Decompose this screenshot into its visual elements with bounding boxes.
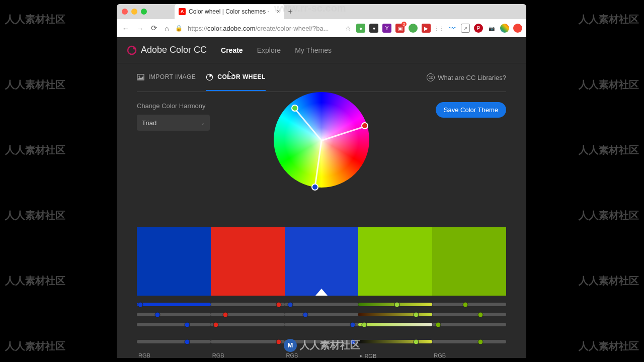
- slider-handle[interactable]: [276, 339, 281, 345]
- extension-icon[interactable]: [409, 24, 418, 33]
- extension-icon[interactable]: 📷: [487, 24, 496, 33]
- color-wheel[interactable]: [274, 92, 369, 188]
- lock-icon[interactable]: 🔒: [175, 25, 183, 32]
- bookmark-star-icon[interactable]: ☆: [345, 25, 351, 32]
- wheel-marker[interactable]: [291, 105, 298, 112]
- url-path: /create/color-wheel/?ba...: [256, 25, 329, 32]
- slider-handle[interactable]: [394, 302, 399, 308]
- rgb-label[interactable]: RGB: [286, 352, 357, 358]
- slider-handle[interactable]: [138, 302, 143, 308]
- rgb-label[interactable]: RGB: [434, 352, 505, 358]
- slider[interactable]: [137, 322, 211, 328]
- slider[interactable]: [211, 302, 285, 308]
- watermark-cn: 人人素材社区: [5, 143, 65, 157]
- extension-icon[interactable]: P: [474, 24, 483, 33]
- extension-icon[interactable]: ▾: [369, 24, 378, 33]
- rgb-label-text: RGB: [212, 352, 224, 358]
- harmony-label: Change Color Harmony: [137, 102, 210, 110]
- tab-close-icon[interactable]: ×: [277, 8, 280, 15]
- slider-track: [432, 313, 506, 316]
- maximize-window-button[interactable]: [141, 9, 147, 15]
- slider-handle[interactable]: [184, 339, 190, 345]
- slider[interactable]: [137, 312, 211, 318]
- svg-point-1: [133, 47, 136, 49]
- slider[interactable]: [137, 339, 211, 345]
- extension-icon[interactable]: ▶: [422, 24, 431, 33]
- slider[interactable]: [432, 312, 506, 318]
- slider[interactable]: [211, 312, 285, 318]
- extension-icon[interactable]: [513, 24, 522, 33]
- extension-icon[interactable]: 〰: [448, 24, 457, 33]
- rgb-cell: RGB056178: [137, 352, 211, 358]
- home-button[interactable]: ⌂: [164, 23, 170, 34]
- swatch-2[interactable]: [285, 227, 359, 296]
- close-window-button[interactable]: [122, 9, 128, 15]
- slider-handle[interactable]: [213, 322, 219, 328]
- swatch-4[interactable]: [432, 227, 506, 296]
- slider-handle[interactable]: [413, 339, 419, 345]
- wheel-marker[interactable]: [361, 122, 368, 129]
- swatch-1[interactable]: [211, 227, 285, 296]
- slider[interactable]: [285, 302, 359, 308]
- profile-avatar-icon[interactable]: [500, 24, 509, 33]
- slider-track: [432, 340, 506, 343]
- slider-handle[interactable]: [184, 322, 190, 328]
- slider[interactable]: [285, 312, 359, 318]
- rgb-cell: RGB1181780: [432, 352, 506, 358]
- reload-button[interactable]: ⟳: [150, 23, 158, 34]
- slider-handle[interactable]: [155, 312, 160, 318]
- tab-color-wheel[interactable]: COLOR WHEEL: [206, 64, 266, 91]
- svg-point-3: [138, 75, 139, 76]
- slider-handle[interactable]: [463, 302, 468, 308]
- slider-handle[interactable]: [288, 302, 293, 308]
- extension-icon[interactable]: ●: [356, 24, 365, 33]
- slider[interactable]: [358, 302, 432, 308]
- slider[interactable]: [358, 312, 432, 318]
- extension-icon[interactable]: ▣2: [395, 24, 405, 33]
- slider-handle[interactable]: [362, 322, 367, 328]
- extension-icon[interactable]: ↗: [461, 24, 470, 33]
- slider[interactable]: [358, 339, 432, 345]
- slider-track: [285, 313, 359, 316]
- nav-explore[interactable]: Explore: [257, 46, 281, 54]
- slider-handle[interactable]: [223, 312, 228, 318]
- rgb-label[interactable]: ▸RGB: [360, 352, 431, 358]
- slider[interactable]: [211, 339, 285, 345]
- slider-handle[interactable]: [350, 322, 355, 328]
- slider[interactable]: [432, 322, 506, 328]
- slider[interactable]: [211, 322, 285, 328]
- slider-handle[interactable]: [477, 339, 483, 345]
- save-theme-button[interactable]: Save Color Theme: [436, 102, 506, 118]
- slider-handle[interactable]: [413, 312, 419, 318]
- slider[interactable]: [358, 322, 432, 328]
- nav-create[interactable]: Create: [221, 46, 243, 54]
- slider-handle[interactable]: [477, 312, 483, 318]
- browser-tab[interactable]: A Color wheel | Color schemes - ×: [175, 4, 284, 19]
- rgb-label[interactable]: RGB: [212, 352, 283, 358]
- watermark-cn: 人人素材社区: [579, 78, 639, 92]
- back-button[interactable]: ←: [121, 23, 130, 34]
- slider-handle[interactable]: [276, 302, 281, 308]
- slider[interactable]: [285, 322, 359, 328]
- new-tab-button[interactable]: +: [288, 7, 293, 16]
- adobe-color-logo[interactable]: Adobe Color CC: [127, 45, 207, 55]
- tab-import-image[interactable]: IMPORT IMAGE: [137, 64, 196, 91]
- harmony-dropdown[interactable]: Triad ⌄: [137, 115, 210, 131]
- nav-mythemes[interactable]: My Themes: [295, 46, 332, 54]
- slider-track: [211, 303, 285, 306]
- minimize-window-button[interactable]: [131, 9, 137, 15]
- rgb-label[interactable]: RGB: [138, 352, 209, 358]
- cc-libraries-link[interactable]: cc What are CC Libraries?: [427, 73, 506, 81]
- swatch-3[interactable]: [358, 227, 432, 296]
- swatch-0[interactable]: [137, 227, 211, 296]
- slider-handle[interactable]: [435, 322, 441, 328]
- slider[interactable]: [432, 339, 506, 345]
- slider[interactable]: [137, 302, 211, 308]
- slider-handle[interactable]: [302, 312, 308, 318]
- forward-button[interactable]: →: [135, 23, 145, 34]
- wheel-marker[interactable]: [311, 184, 318, 191]
- slider[interactable]: [432, 302, 506, 308]
- extension-icon[interactable]: ⋮⋮: [435, 24, 444, 33]
- url-field[interactable]: https://color.adobe.com/create/color-whe…: [188, 25, 340, 32]
- extension-icon[interactable]: Y: [382, 24, 391, 33]
